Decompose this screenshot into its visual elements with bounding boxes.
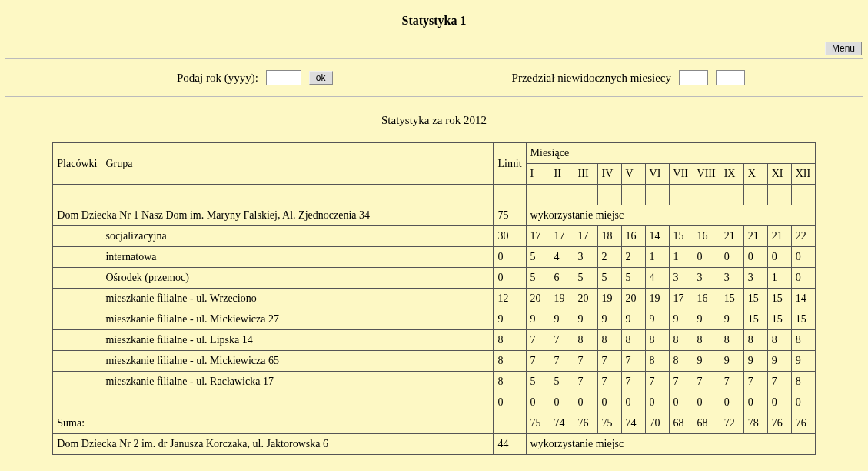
table-row: socjalizacyjna30171717181614151621212122: [53, 226, 815, 247]
sum-row: Suma: 75 74 76 75 74 70 68 68 72 78 76 7…: [53, 413, 815, 434]
cell-grupa: socjalizacyjna: [101, 226, 494, 247]
subtitle: Statystyka za rok 2012: [0, 114, 868, 127]
sum-label: Suma:: [53, 413, 494, 434]
cell-month: 0: [693, 247, 720, 268]
cell-month: 7: [621, 372, 645, 392]
table-row: mieszkanie filialne - ul. Mickiewicza 65…: [53, 351, 815, 372]
cell-month: 9: [621, 309, 645, 330]
cell-month: 1: [767, 268, 791, 289]
range-label: Przedział niewidocznych miesiecy: [512, 72, 671, 85]
cell-month: 0: [791, 247, 815, 268]
cell-month: 20: [574, 289, 597, 309]
year-label: Podaj rok (yyyy):: [177, 72, 258, 85]
cell-limit: 8: [494, 330, 526, 351]
cell-month: 8: [669, 351, 693, 372]
divider: [5, 96, 863, 97]
cell-month: 3: [669, 268, 693, 289]
cell-month: 8: [767, 330, 791, 351]
filter-form: Podaj rok (yyyy): ok Przedział niewidocz…: [0, 62, 868, 93]
ok-button[interactable]: ok: [309, 71, 333, 85]
cell-month: 0: [720, 247, 743, 268]
cell-month: 9: [574, 309, 597, 330]
table-row: mieszkanie filialne - ul. Wrzeciono12201…: [53, 289, 815, 309]
cell-month: 16: [693, 226, 720, 247]
cell-month: 8: [597, 330, 621, 351]
cell-limit: 30: [494, 226, 526, 247]
col-placowki: Placówki: [53, 143, 101, 185]
cell-limit: 12: [494, 289, 526, 309]
col-grupa: Grupa: [101, 143, 494, 185]
cell-month: 7: [526, 330, 550, 351]
cell-month: 9: [645, 309, 669, 330]
cell-month: 8: [743, 330, 767, 351]
cell-month: 16: [693, 289, 720, 309]
cell-grupa: mieszkanie filialne - ul. Racławicka 17: [101, 372, 494, 392]
cell-month: 9: [669, 309, 693, 330]
cell-limit: 8: [494, 351, 526, 372]
month-col: III: [574, 164, 597, 185]
table-row: mieszkanie filialne - ul. Lipska 1487788…: [53, 330, 815, 351]
cell-month: 8: [574, 330, 597, 351]
month-col: II: [550, 164, 574, 185]
section-limit: 75: [494, 205, 526, 226]
cell-month: 7: [645, 372, 669, 392]
cell-month: 5: [550, 372, 574, 392]
cell-month: 15: [743, 289, 767, 309]
month-col: IV: [597, 164, 621, 185]
stats-table: Placówki Grupa Limit Miesiące I II III I…: [52, 142, 815, 455]
cell-month: 14: [791, 289, 815, 309]
month-col: XI: [767, 164, 791, 185]
cell-month: 1: [645, 247, 669, 268]
cell-month: 19: [645, 289, 669, 309]
cell-month: 7: [743, 372, 767, 392]
cell-month: 8: [791, 330, 815, 351]
cell-month: 9: [693, 309, 720, 330]
cell-month: 7: [574, 372, 597, 392]
menu-button[interactable]: Menu: [825, 42, 862, 55]
cell-month: 20: [621, 289, 645, 309]
cell-month: 0: [791, 268, 815, 289]
cell-month: 5: [526, 372, 550, 392]
section-limit: 44: [494, 434, 526, 455]
month-col: X: [743, 164, 767, 185]
cell-month: 9: [526, 309, 550, 330]
cell-month: 5: [574, 268, 597, 289]
cell-limit: 8: [494, 372, 526, 392]
cell-month: 5: [621, 268, 645, 289]
cell-grupa: mieszkanie filialne - ul. Mickiewicza 27: [101, 309, 494, 330]
table-row: mieszkanie filialne - ul. Racławicka 178…: [53, 372, 815, 392]
divider: [5, 58, 863, 59]
year-input[interactable]: [266, 70, 301, 85]
cell-month: 20: [526, 289, 550, 309]
cell-month: 9: [720, 309, 743, 330]
usage-label: wykorzystanie miejsc: [526, 434, 815, 455]
cell-limit: 9: [494, 309, 526, 330]
cell-month: 15: [791, 309, 815, 330]
section-header: Dom Dziecka Nr 2 im. dr Janusza Korczaka…: [53, 434, 815, 455]
section-name: Dom Dziecka Nr 2 im. dr Janusza Korczaka…: [53, 434, 494, 455]
range-from-input[interactable]: [679, 70, 708, 85]
cell-month: 8: [645, 351, 669, 372]
cell-month: 8: [693, 330, 720, 351]
cell-month: 15: [720, 289, 743, 309]
cell-month: 8: [645, 330, 669, 351]
cell-month: 9: [791, 351, 815, 372]
cell-month: 17: [550, 226, 574, 247]
cell-month: 7: [550, 330, 574, 351]
range-to-input[interactable]: [716, 70, 745, 85]
cell-month: 7: [669, 372, 693, 392]
cell-month: 9: [743, 351, 767, 372]
cell-month: 14: [645, 226, 669, 247]
cell-month: 9: [550, 309, 574, 330]
cell-month: 0: [767, 247, 791, 268]
cell-month: 21: [720, 226, 743, 247]
cell-month: 9: [693, 351, 720, 372]
cell-month: 7: [550, 351, 574, 372]
cell-month: 7: [597, 372, 621, 392]
month-col: IX: [720, 164, 743, 185]
cell-month: 4: [645, 268, 669, 289]
cell-month: 7: [693, 372, 720, 392]
cell-month: 19: [550, 289, 574, 309]
cell-limit: 0: [494, 392, 526, 413]
cell-month: 3: [743, 268, 767, 289]
